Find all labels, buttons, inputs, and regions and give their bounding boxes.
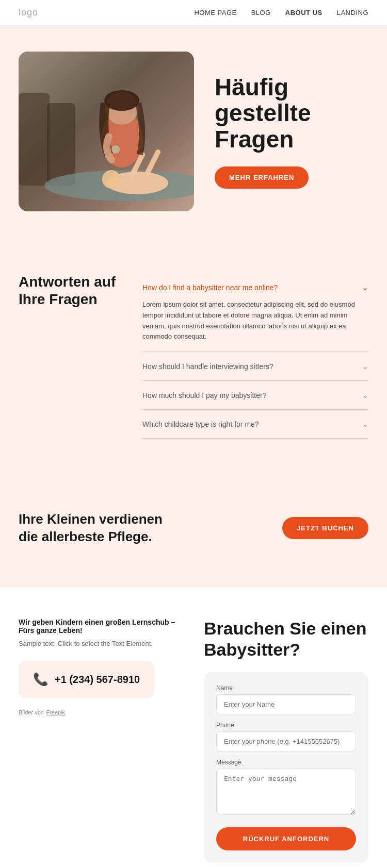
svg-point-5 [102, 170, 121, 189]
cta-book-button[interactable]: JETZT BUCHEN [282, 517, 368, 539]
faq-question-1: How do I find a babysitter near me onlin… [142, 283, 278, 292]
message-textarea[interactable] [216, 769, 356, 815]
faq-left-title: Antworten auf Ihre Fragen [19, 273, 122, 308]
hero-cta-button[interactable]: MEHR ERFAHREN [215, 166, 309, 189]
svg-rect-2 [47, 103, 75, 186]
faq-left: Antworten auf Ihre Fragen [19, 273, 122, 439]
faq-chevron-4: ⌄ [362, 419, 368, 429]
contact-heading: Wir geben Kindern einen großen Lernschub… [19, 618, 183, 635]
submit-button[interactable]: RÜCKRUF ANFORDERN [216, 827, 356, 850]
contact-subtext: Sample text. Click to select the Text El… [19, 639, 183, 649]
faq-items: How do I find a babysitter near me onlin… [142, 273, 368, 439]
cta-section: Ihre Kleinen verdienen die allerbeste Pf… [0, 480, 387, 587]
hero-title: Häufig gestellte Fragen [215, 74, 368, 153]
freepik-credit: Bilder von Freepik [19, 707, 183, 716]
nav-landing[interactable]: LANDING [337, 9, 368, 16]
phone-card[interactable]: 📞 +1 (234) 567-8910 [19, 661, 154, 698]
contact-left: Wir geben Kindern einen großen Lernschub… [19, 618, 183, 717]
faq-question-3: How much should I pay my babysitter? [142, 391, 266, 399]
nav-about[interactable]: ABOUT US [285, 9, 322, 16]
phone-label: Phone [216, 722, 356, 729]
phone-icon: 📞 [33, 672, 49, 687]
phone-number: +1 (234) 567-8910 [55, 674, 140, 686]
faq-item-3-header[interactable]: How much should I pay my babysitter? ⌄ [142, 390, 368, 400]
name-group: Name [216, 685, 356, 714]
hero-section: Häufig gestellte Fragen MEHR ERFAHREN [0, 26, 387, 242]
message-group: Message [216, 759, 356, 817]
faq-question-2: How should I handle interviewing sitters… [142, 362, 273, 371]
faq-item-1: How do I find a babysitter near me onlin… [142, 273, 368, 352]
svg-point-11 [111, 145, 120, 154]
faq-chevron-3: ⌄ [362, 390, 368, 400]
faq-item-2-header[interactable]: How should I handle interviewing sitters… [142, 361, 368, 371]
faq-item-3: How much should I pay my babysitter? ⌄ [142, 381, 368, 410]
faq-answer-1: Lorem ipsum dolor sit amet, consectetur … [142, 299, 368, 342]
message-label: Message [216, 759, 356, 766]
faq-section: Antworten auf Ihre Fragen How do I find … [0, 242, 387, 480]
phone-group: Phone [216, 722, 356, 752]
freepik-text: Bilder von [19, 709, 44, 715]
hero-text: Häufig gestellte Fragen MEHR ERFAHREN [215, 74, 368, 189]
faq-item-2: How should I handle interviewing sitters… [142, 352, 368, 381]
faq-chevron-1: ⌄ [362, 282, 368, 292]
contact-section: Wir geben Kindern einen großen Lernschub… [0, 587, 387, 868]
nav-links: HOME PAGE BLOG ABOUT US LANDING [194, 9, 368, 16]
phone-input[interactable] [216, 731, 356, 752]
svg-point-10 [104, 90, 139, 111]
name-input[interactable] [216, 694, 356, 714]
faq-item-4: Which childcare type is right for me? ⌄ [142, 410, 368, 439]
nav-home[interactable]: HOME PAGE [194, 9, 236, 16]
faq-item-1-header[interactable]: How do I find a babysitter near me onlin… [142, 282, 368, 292]
freepik-link[interactable]: Freepik [46, 709, 65, 715]
nav-blog[interactable]: BLOG [251, 9, 271, 16]
cta-title: Ihre Kleinen verdienen die allerbeste Pf… [19, 511, 184, 546]
faq-question-4: Which childcare type is right for me? [142, 420, 259, 428]
navbar: logo HOME PAGE BLOG ABOUT US LANDING [0, 0, 387, 26]
faq-chevron-2: ⌄ [362, 361, 368, 371]
contact-right: Brauchen Sie einen Babysitter? Name Phon… [204, 618, 368, 863]
contact-form-card: Name Phone Message RÜCKRUF ANFORDERN [204, 672, 368, 863]
svg-rect-1 [19, 93, 50, 186]
name-label: Name [216, 685, 356, 692]
hero-image [19, 52, 194, 211]
faq-item-4-header[interactable]: Which childcare type is right for me? ⌄ [142, 419, 368, 429]
logo: logo [19, 7, 38, 18]
contact-title: Brauchen Sie einen Babysitter? [204, 618, 368, 660]
